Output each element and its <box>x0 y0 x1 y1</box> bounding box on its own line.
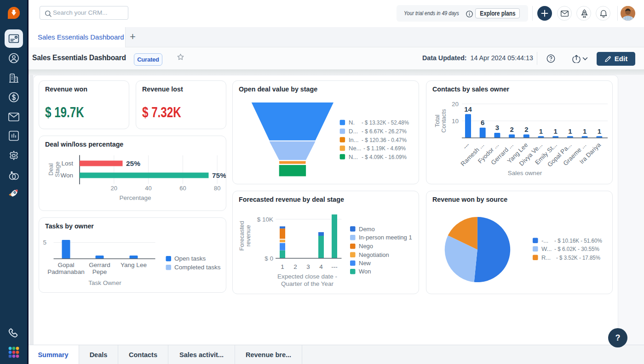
svg-text:Forecasted: Forecasted <box>238 221 245 250</box>
svg-text:4: 4 <box>319 263 323 270</box>
svg-text:Contacts: Contacts <box>440 109 447 133</box>
svg-text:Completed tasks: Completed tasks <box>174 264 221 271</box>
svg-text:Pepe: Pepe <box>92 268 107 275</box>
svg-text:In...: In... <box>349 136 359 143</box>
svg-text:40: 40 <box>145 185 151 192</box>
svg-text:10: 10 <box>452 118 459 125</box>
svg-text:Gopal: Gopal <box>58 262 74 268</box>
svg-text:Nego: Nego <box>359 243 373 250</box>
svg-text:1: 1 <box>281 263 284 270</box>
svg-text:Quarter of the Year: Quarter of the Year <box>281 280 334 287</box>
svg-text:5: 5 <box>43 239 46 246</box>
svg-text:1: 1 <box>583 127 586 135</box>
svg-text:- $ 120.36 - 0.47%: - $ 120.36 - 0.47% <box>362 136 407 143</box>
svg-text:R...: R... <box>541 254 551 261</box>
svg-text:Open tasks: Open tasks <box>174 255 206 262</box>
svg-text:3: 3 <box>495 124 499 131</box>
svg-text:Negotiation: Negotiation <box>359 251 389 258</box>
svg-text:Padmanaban: Padmanaban <box>47 268 84 275</box>
svg-text:2: 2 <box>510 125 513 133</box>
svg-text:Sales owner: Sales owner <box>508 170 542 176</box>
svg-text:- $ 13.32K - 52.48%: - $ 13.32K - 52.48% <box>362 119 409 126</box>
svg-text:Stage: Stage <box>54 162 61 177</box>
svg-text:N.: N. <box>349 119 355 126</box>
svg-text:Total: Total <box>434 114 441 127</box>
svg-text:60: 60 <box>179 185 186 192</box>
svg-text:6: 6 <box>481 119 484 126</box>
svg-text:80: 80 <box>213 185 220 192</box>
svg-text:W...: W... <box>541 245 552 252</box>
svg-text:Percentage: Percentage <box>119 194 151 201</box>
svg-text:revenue: revenue <box>245 225 252 247</box>
svg-text:$ 0: $ 0 <box>264 255 273 262</box>
svg-text:1: 1 <box>598 127 601 135</box>
svg-text:Yang Lee: Yang Lee <box>121 262 147 268</box>
svg-text:D...: D... <box>349 128 358 135</box>
svg-text:2: 2 <box>293 263 297 270</box>
svg-text:3: 3 <box>306 263 310 270</box>
svg-text:Lost: Lost <box>61 160 73 167</box>
svg-text:1: 1 <box>554 127 558 135</box>
svg-text:New: New <box>359 260 371 267</box>
svg-text:$ 10K: $ 10K <box>257 216 273 223</box>
svg-text:---: --- <box>331 263 338 270</box>
svg-text:- $ 1.19K - 4.69%: - $ 1.19K - 4.69% <box>363 145 406 152</box>
svg-text:Won: Won <box>359 268 371 275</box>
svg-text:2: 2 <box>524 125 528 133</box>
svg-text:14: 14 <box>464 105 472 113</box>
svg-text:-...: -... <box>541 237 548 244</box>
svg-text:---: --- <box>461 142 471 151</box>
svg-text:- $ 10.16K - 51.60%: - $ 10.16K - 51.60% <box>554 237 602 244</box>
svg-text:Gerrard: Gerrard <box>89 262 110 268</box>
svg-text:- $ 3.52K - 17.85%: - $ 3.52K - 17.85% <box>556 254 600 261</box>
svg-text:N...: N... <box>349 154 358 160</box>
svg-text:Ne...: Ne... <box>349 145 361 152</box>
svg-text:25%: 25% <box>126 159 140 167</box>
svg-text:Expected close date -: Expected close date - <box>277 273 337 280</box>
svg-text:Demo: Demo <box>359 226 375 233</box>
svg-text:1: 1 <box>539 127 543 135</box>
svg-text:Won: Won <box>60 172 73 179</box>
svg-text:75%: 75% <box>212 171 226 179</box>
svg-text:20: 20 <box>110 185 117 192</box>
svg-text:20: 20 <box>452 101 459 108</box>
svg-text:Deal: Deal <box>47 163 54 176</box>
svg-text:1: 1 <box>568 127 572 135</box>
svg-text:In-person meeting 1: In-person meeting 1 <box>359 234 412 241</box>
svg-text:- $ 6.67K - 26.27%: - $ 6.67K - 26.27% <box>362 128 407 135</box>
svg-text:- $ 4.09K - 16.09%: - $ 4.09K - 16.09% <box>362 154 407 160</box>
svg-text:Task Owner: Task Owner <box>88 279 121 286</box>
svg-text:- $ 6.02K - 30.55%: - $ 6.02K - 30.55% <box>554 245 599 252</box>
